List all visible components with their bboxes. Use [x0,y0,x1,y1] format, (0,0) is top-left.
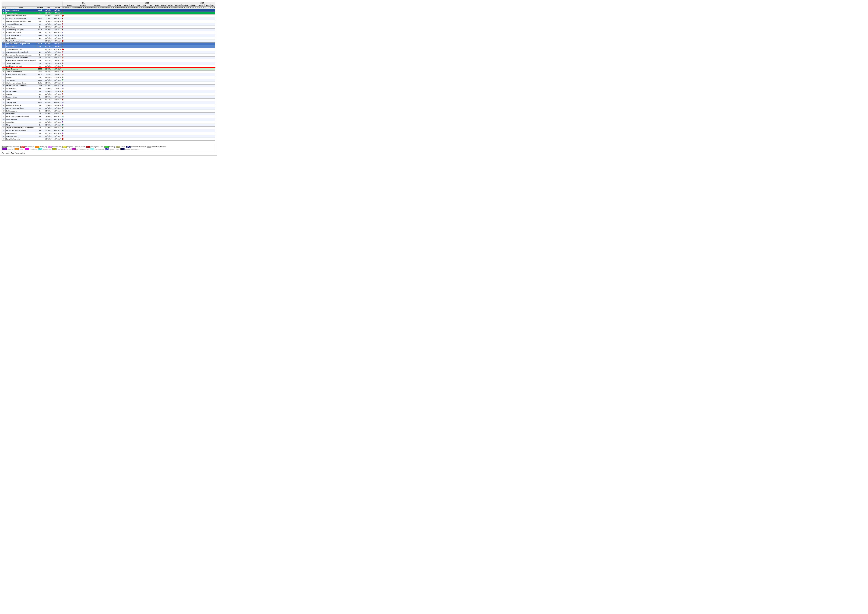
table-row: 25Trusses3w09/05/1627/05/1625 [2,76,215,79]
cell-name: Close up walls [6,101,36,104]
cell-name: Protect neighbours wall [6,23,36,26]
cell-duration: 40d [36,12,44,14]
cell-name: Hoarding and scaffold [6,31,36,34]
cell-name: New build houses & apartments [6,42,36,45]
cell-finish: 16/01/17 [53,42,62,45]
legend-label: Commissioning [95,148,104,150]
cell-name: Decorations [6,121,36,124]
table-row: 38Install kitchen6w12/09/1621/10/1638 [2,112,215,115]
cell-duration: 6w [36,126,44,129]
cell-line: 19 [2,59,6,62]
cell-start: 13/06/16 [44,82,53,84]
cell-start: 07/12/15 [44,42,53,45]
cell-name: Trusses [6,76,36,79]
cell-line: 15 [2,48,6,51]
cell-start: 07/12/15 [44,45,53,48]
cell-finish: 27/05/16 [53,76,62,79]
cell-bar: 30 [62,90,215,93]
cell-duration: 5w 4d [36,79,44,82]
cell-duration: 1w [36,26,44,28]
cell-finish: 12/11/15 [53,28,62,31]
cell-duration: 4w [36,93,44,96]
month-aug16: August [154,4,160,6]
cell-finish: 11/12/15 [53,51,62,54]
cell-start: 19/10/15 [44,23,53,26]
cell-name: Terrace decking [6,90,36,93]
legend-color-box [116,146,120,148]
cell-start: 12/10/15 [44,9,53,12]
cell-name: Complete Pre-construction [6,40,36,42]
cell-start: 26/09/16 [44,115,53,118]
legend-item: Services Consultant [71,148,89,150]
cell-start: 21/03/16 [44,70,53,73]
cell-bar: 29 [62,87,215,90]
cell-finish: 21/10/16 [53,112,62,115]
cell-duration: 6w [36,118,44,121]
table-row: 18Lay drains, test, inspect, backfill2w1… [2,56,215,59]
cell-duration: 4w [36,90,44,93]
month-nov16: November [174,4,181,6]
cell-finish: 20/07/16 [53,84,62,87]
cell-finish: 24/10/16 [53,104,62,107]
cell-finish: 10/10/16 [53,107,62,110]
cell-name: Grid lines and datums [6,34,36,37]
cell-name: 2nd fix services [6,118,36,121]
cell-finish: 18/03/16 [53,45,62,48]
page: 2015 2016 2017 October [0,0,217,156]
cell-start: 16/01/17 [44,138,53,140]
cell-duration: 200d [36,68,44,70]
cell-name: Inspect, test and commission [6,129,36,132]
bar-label: 44 [62,130,64,131]
cell-line: 18 [2,56,6,59]
bar-label: 28 [62,85,64,86]
cell-finish: 11/11/16 [53,124,62,126]
cell-duration: 3w [36,62,44,65]
cell-finish: 10/06/16 [53,73,62,76]
cell-duration: 2w 4d [36,28,44,31]
cell-finish: 08/07/16 [53,79,62,82]
cell-duration: 2w 4d [36,34,44,37]
summary-bar [62,43,62,45]
cell-duration: 4w [36,132,44,135]
cell-start: 05/09/16 [44,110,53,112]
cell-bar [62,14,215,17]
cell-name: Super-Structure [6,68,36,70]
table-row: 33Stairs6w04/07/1612/08/1633 [2,98,215,101]
cell-duration: 3w 4d [36,17,44,20]
cell-start: 31/10/16 [44,129,53,132]
cell-bar: 35 [62,104,215,107]
month-sep16: September [160,4,168,6]
bar-label: 40 [62,118,64,120]
cell-bar: 45 [62,132,215,135]
table-row: 31Cladding4w20/06/1615/07/1631 [2,93,215,96]
spacer [2,141,215,144]
bar-label: 37 [62,110,64,111]
legend-label: Electrical & Mechanical [131,146,146,147]
cell-line: 12 [2,40,6,42]
legend-item: Builder's Work [48,146,61,148]
cell-finish: 26/11/15 [53,34,62,37]
legend-label: Carpentry e.g. rafters & joists [67,146,85,147]
legend-item: Kitchen [14,148,24,150]
cell-line: 37 [2,110,6,112]
table-row: 8Erect hoarding and gates2w 4d26/10/1512… [2,28,215,31]
table-row: 5Asbestos, drainage, trial pit surveys2w… [2,20,215,23]
cell-start: 20/06/16 [44,90,53,93]
cell-line: 5 [2,20,6,23]
cell-finish: 15/01/16 [53,54,62,56]
cell-bar: 19 [62,59,215,62]
bar-label: 38 [62,113,64,114]
cell-start: 18/01/16 [44,56,53,59]
year-2016: 2016 [105,2,189,4]
table-row: 12Complete Pre-construction07/12/1507/12… [2,40,215,42]
cell-finish: 02/05/17 [53,9,62,12]
cell-name: Complete New build [6,138,36,140]
cell-name: Balcony railings [6,96,36,98]
cell-finish: 18/03/16 [53,62,62,65]
cell-finish: 04/12/15 [53,31,62,34]
legend-color-box [126,146,130,148]
cell-line: 6 [2,23,6,26]
summary-bar [62,46,62,47]
legend-color-box [71,148,76,150]
bar-label: 27 [62,82,64,83]
